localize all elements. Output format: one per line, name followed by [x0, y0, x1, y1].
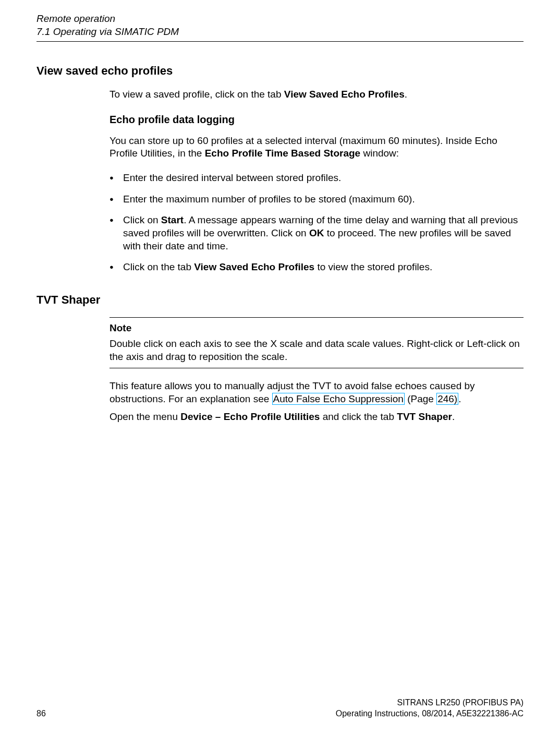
- header-rule: [36, 41, 524, 42]
- page-header: Remote operation 7.1 Operating via SIMAT…: [36, 13, 524, 42]
- ui-label: OK: [309, 227, 324, 238]
- heading-view-saved-echo-profiles: View saved echo profiles: [36, 64, 524, 79]
- list-item: Enter the desired interval between store…: [109, 172, 524, 185]
- footer-product: SITRANS LR250 (PROFIBUS PA): [36, 697, 524, 708]
- text: Click on the tab: [123, 261, 194, 272]
- footer-right: SITRANS LR250 (PROFIBUS PA) Operating In…: [36, 697, 524, 719]
- note-block: Note Double click on each axis to see th…: [109, 317, 524, 368]
- section-view-saved: To view a saved profile, click on the ta…: [109, 88, 524, 274]
- text: Open the menu: [109, 411, 180, 422]
- paragraph: This feature allows you to manually adju…: [109, 380, 524, 405]
- cross-reference-page-link[interactable]: 246): [436, 393, 458, 405]
- page: Remote operation 7.1 Operating via SIMAT…: [0, 0, 560, 733]
- header-section: 7.1 Operating via SIMATIC PDM: [36, 26, 524, 39]
- text: window:: [360, 148, 399, 159]
- ui-label: View Saved Echo Profiles: [194, 261, 314, 272]
- list-item: Enter the maximum number of profiles to …: [109, 193, 524, 206]
- text: To view a saved profile, click on the ta…: [109, 89, 284, 100]
- ui-label: Echo Profile Time Based Storage: [205, 148, 360, 159]
- bullet-list: Enter the desired interval between store…: [109, 172, 524, 274]
- list-item: Click on Start. A message appears warnin…: [109, 214, 524, 253]
- footer-page-number: 86: [36, 708, 46, 719]
- text: .: [452, 411, 455, 422]
- ui-label: Start: [161, 214, 184, 225]
- paragraph: To view a saved profile, click on the ta…: [109, 88, 524, 101]
- footer-docinfo: Operating Instructions, 08/2014, A5E3222…: [36, 708, 524, 719]
- content: View saved echo profiles To view a saved…: [36, 64, 524, 424]
- ui-label: TVT Shaper: [397, 411, 452, 422]
- heading-echo-profile-data-logging: Echo profile data logging: [109, 113, 524, 126]
- text: and click the tab: [320, 411, 397, 422]
- list-item: Click on the tab View Saved Echo Profile…: [109, 261, 524, 274]
- heading-tvt-shaper: TVT Shaper: [36, 293, 524, 308]
- text: Click on: [123, 214, 161, 225]
- paragraph: You can store up to 60 profiles at a sel…: [109, 135, 524, 160]
- note-rule: [109, 317, 524, 318]
- text: .: [405, 89, 407, 100]
- text: Enter the maximum number of profiles to …: [123, 194, 415, 205]
- note-rule: [109, 368, 524, 368]
- text: (Page: [405, 393, 436, 404]
- paragraph: Open the menu Device – Echo Profile Util…: [109, 411, 524, 424]
- text: .: [458, 393, 461, 404]
- text: Enter the desired interval between store…: [123, 172, 341, 183]
- cross-reference-link[interactable]: Auto False Echo Suppression: [272, 393, 405, 405]
- page-footer: SITRANS LR250 (PROFIBUS PA) Operating In…: [36, 697, 524, 719]
- header-chapter: Remote operation: [36, 13, 524, 26]
- text: to view the stored profiles.: [314, 261, 432, 272]
- ui-label: Device – Echo Profile Utilities: [180, 411, 320, 422]
- section-tvt-shaper: Note Double click on each axis to see th…: [109, 317, 524, 424]
- ui-label: View Saved Echo Profiles: [284, 89, 405, 100]
- note-body: Double click on each axis to see the X s…: [109, 338, 524, 363]
- note-title: Note: [109, 322, 524, 335]
